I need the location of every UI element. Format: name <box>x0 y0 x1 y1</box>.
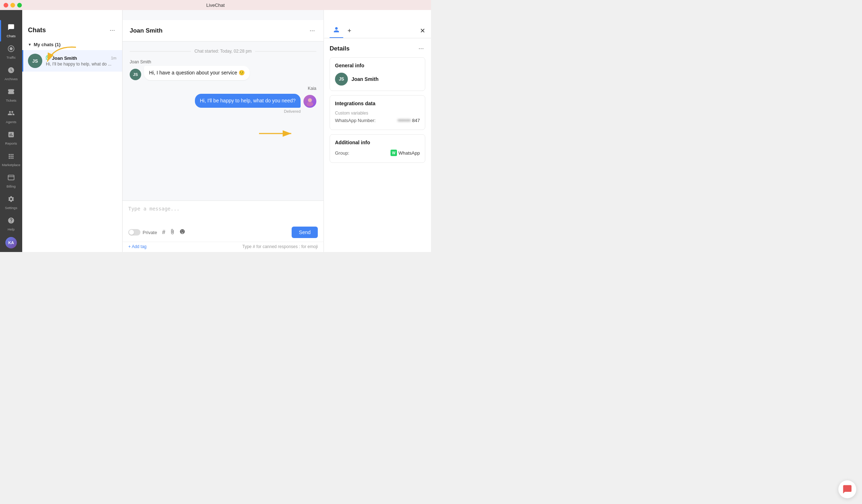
sidebar-label-billing: Billing <box>6 184 15 188</box>
chat-more-options-button[interactable]: ··· <box>308 25 316 36</box>
message-bubble-outgoing: Hi, I'll be happy to help, what do you n… <box>195 94 301 108</box>
agent-avatar-kaia <box>303 95 316 108</box>
message-group-outgoing: Kaia Hi, I'll be happy to help, what do … <box>130 86 316 114</box>
sidebar-label-settings: Settings <box>5 206 17 210</box>
details-whatsapp-key: WhatsApp Number: <box>335 118 375 123</box>
details-header: Details ··· <box>324 38 431 57</box>
details-group-value: W WhatsApp <box>391 150 420 156</box>
message-row-outgoing: Hi, I'll be happy to help, what do you n… <box>130 94 316 108</box>
chat-avatar-js: JS <box>28 54 42 68</box>
hashtag-icon[interactable]: # <box>162 229 165 236</box>
chat-header: Joan Smith ··· <box>123 20 324 42</box>
sidebar-item-billing[interactable]: Billing <box>0 170 22 192</box>
details-more-button[interactable]: ··· <box>417 43 425 54</box>
chat-start-divider: Chat started: Today, 02:28 pm <box>130 49 316 54</box>
chat-info: Joan Smith 1m Hi, I'll be happy to help,… <box>46 55 116 67</box>
close-button[interactable] <box>4 3 8 8</box>
tickets-icon <box>8 88 15 97</box>
sidebar-item-tickets[interactable]: Tickets <box>0 84 22 106</box>
chat-main: Joan Smith ··· Chat started: Today, 02:2… <box>123 10 324 252</box>
user-avatar[interactable]: KA <box>5 237 17 248</box>
details-section-integrations: Integrations data Custom variables Whats… <box>330 95 425 130</box>
details-group-name: WhatsApp <box>398 150 420 156</box>
my-chats-label: My chats (1) <box>34 42 61 47</box>
details-title: Details <box>330 45 350 52</box>
message-bubble-incoming: Hi, I have a question about your service… <box>144 66 250 80</box>
details-group-key: Group: <box>335 150 349 156</box>
chat-contact-name: Joan Smith <box>52 55 77 61</box>
message-sender-kaia: Kaia <box>308 86 316 91</box>
svg-point-6 <box>307 102 313 106</box>
chat-name-row: Joan Smith 1m <box>46 55 116 61</box>
private-label: Private <box>143 230 157 235</box>
sidebar-item-traffic[interactable]: Traffic <box>0 42 22 63</box>
sidebar-label-agents: Agents <box>6 120 16 124</box>
details-tab-person[interactable] <box>330 24 343 38</box>
whatsapp-badge-icon <box>46 55 51 61</box>
attachment-icon[interactable] <box>169 229 175 236</box>
message-avatar-js: JS <box>130 69 141 80</box>
chat-options-button[interactable]: ··· <box>108 25 116 35</box>
minimize-button[interactable] <box>10 3 15 8</box>
sidebar-item-marketplace[interactable]: Marketplace <box>0 149 22 170</box>
chat-avatar-initials: JS <box>32 58 38 64</box>
details-custom-vars-label: Custom variables <box>335 111 420 116</box>
avatar-initials: KA <box>8 241 14 245</box>
svg-rect-2 <box>8 175 14 180</box>
private-toggle-switch[interactable] <box>128 229 140 236</box>
chat-start-label: Chat started: Today, 02:28 pm <box>195 49 252 54</box>
divider-line-left <box>130 51 191 52</box>
sidebar-item-help[interactable]: Help <box>0 213 22 235</box>
sidebar-item-archives[interactable]: Archives <box>0 63 22 84</box>
collapse-icon: ▼ <box>28 43 32 47</box>
message-input[interactable] <box>128 206 318 220</box>
details-section-title-additional: Additional info <box>335 140 420 145</box>
reports-icon <box>8 131 15 140</box>
arrow-annotation-right <box>130 126 316 141</box>
message-footer: + Add tag Type # for canned responses : … <box>123 242 324 252</box>
sidebar-item-reports[interactable]: Reports <box>0 127 22 149</box>
chat-time: 1m <box>111 56 116 60</box>
sidebar-label-marketplace: Marketplace <box>2 163 20 167</box>
sidebar: Chats Traffic Archives Tickets <box>0 10 22 252</box>
app-title: LiveChat <box>206 3 225 8</box>
details-panel: + ✕ Details ··· General info JS Joan Smi… <box>324 10 431 252</box>
sidebar-item-settings[interactable]: Settings <box>0 192 22 213</box>
details-section-title-integrations: Integrations data <box>335 101 420 106</box>
send-button[interactable]: Send <box>292 227 318 238</box>
sidebar-item-chats[interactable]: Chats <box>0 20 22 42</box>
whatsapp-group-icon: W <box>391 150 397 156</box>
message-group-incoming: Joan Smith JS Hi, I have a question abou… <box>130 59 316 80</box>
archives-icon <box>8 67 15 76</box>
chat-name: Joan Smith <box>46 55 77 61</box>
my-chats-header[interactable]: ▼ My chats (1) <box>28 42 116 47</box>
details-section-additional: Additional info Group: W WhatsApp <box>330 134 425 163</box>
details-section-general: General info JS Joan Smith <box>330 57 425 91</box>
my-chats-section: ▼ My chats (1) <box>22 39 122 50</box>
details-whatsapp-row: WhatsApp Number: ••••••••847 <box>335 118 420 123</box>
add-tag-button[interactable]: + Add tag <box>128 244 147 249</box>
chat-item-joan-smith[interactable]: JS Joan Smith 1m Hi, I'll be happy to he… <box>22 50 122 72</box>
sidebar-item-agents[interactable]: Agents <box>0 106 22 127</box>
details-section-title-general: General info <box>335 63 420 68</box>
toolbar-icons: # <box>162 229 185 236</box>
chat-list-header: Chats ··· <box>22 20 122 39</box>
titlebar-buttons <box>4 3 22 8</box>
details-add-button[interactable]: + <box>345 26 354 36</box>
sidebar-label-help: Help <box>8 227 15 231</box>
chat-item-container: JS Joan Smith 1m Hi, I'll be happy to he… <box>22 50 122 72</box>
maximize-button[interactable] <box>17 3 22 8</box>
settings-icon <box>8 195 15 204</box>
chats-icon <box>8 24 15 33</box>
details-group-row: Group: W WhatsApp <box>335 150 420 156</box>
sidebar-label-archives: Archives <box>5 77 18 81</box>
marketplace-icon <box>8 152 15 161</box>
agents-icon <box>8 110 15 118</box>
message-text-incoming: Hi, I have a question about your service… <box>149 70 245 76</box>
emoji-icon[interactable] <box>179 229 185 236</box>
details-whatsapp-value: ••••••••847 <box>398 118 420 123</box>
divider-line-right <box>255 51 316 52</box>
details-tabs: + ✕ <box>324 20 431 38</box>
details-close-button[interactable]: ✕ <box>420 27 425 35</box>
details-user-name: Joan Smith <box>351 76 378 82</box>
